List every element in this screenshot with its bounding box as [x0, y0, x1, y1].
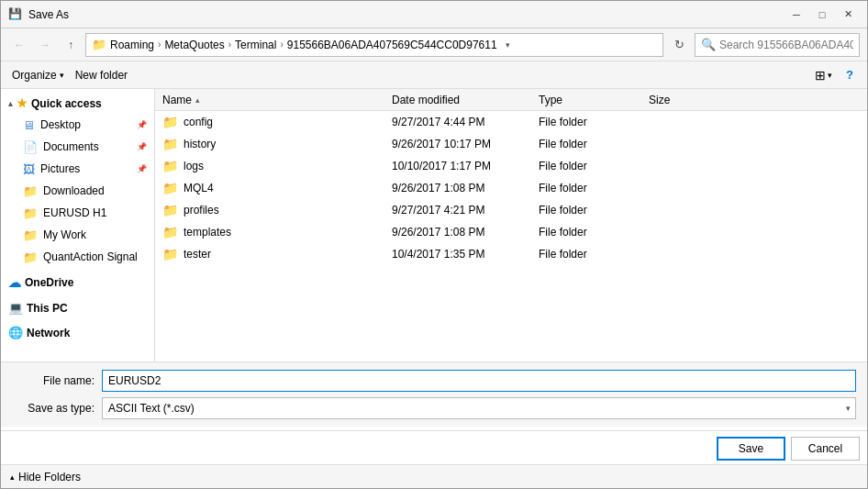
organize-button[interactable]: Organize ▾: [8, 65, 68, 85]
file-row-name: 📁 profiles: [162, 203, 392, 217]
quick-access-header[interactable]: ▴ ★ Quick access: [1, 93, 154, 114]
search-box[interactable]: 🔍: [695, 33, 860, 57]
folder-icon: 📁: [162, 203, 178, 217]
folder-icon: 📁: [162, 159, 178, 173]
table-row[interactable]: 📁 templates 9/26/2017 1:08 PM File folde…: [155, 221, 867, 243]
table-row[interactable]: 📁 history 9/26/2017 10:17 PM File folder: [155, 133, 867, 155]
folder-icon-small: 📁: [92, 38, 106, 51]
onedrive-item[interactable]: ☁ OneDrive: [1, 272, 154, 294]
network-section: 🌐 Network: [1, 322, 154, 343]
sidebar-item-mywork[interactable]: 📁 My Work: [1, 224, 154, 246]
pictures-folder-icon: 🖼: [23, 162, 35, 176]
column-date[interactable]: Date modified: [392, 94, 539, 106]
view-button[interactable]: ⊞ ▾: [811, 65, 836, 85]
maximize-button[interactable]: □: [810, 6, 834, 24]
address-part-roaming: Roaming: [110, 39, 154, 51]
quick-access-section: ▴ ★ Quick access 🖥 Desktop 📌 📄 Documents…: [1, 93, 154, 268]
table-row[interactable]: 📁 tester 10/4/2017 1:35 PM File folder: [155, 243, 867, 265]
filetype-row: Save as type: ASCII Text (*.csv)CSV (*.c…: [12, 397, 856, 419]
file-row-type: File folder: [539, 116, 649, 128]
downloaded-folder-icon: 📁: [23, 184, 38, 198]
quick-access-label: Quick access: [31, 97, 102, 110]
sidebar-item-downloaded-label: Downloaded: [43, 184, 105, 197]
table-row[interactable]: 📁 logs 10/10/2017 1:17 PM File folder: [155, 155, 867, 177]
address-bar[interactable]: 📁 Roaming › MetaQuotes › Terminal › 9155…: [85, 33, 663, 57]
thispc-section: 💻 This PC: [1, 297, 154, 318]
sidebar-item-desktop[interactable]: 🖥 Desktop 📌: [1, 114, 154, 136]
pin-icon-desktop: 📌: [137, 120, 147, 129]
sidebar-item-pictures-label: Pictures: [40, 162, 80, 175]
table-row[interactable]: 📁 MQL4 9/26/2017 1:08 PM File folder: [155, 177, 867, 199]
back-button[interactable]: ←: [8, 34, 30, 56]
forward-button[interactable]: →: [34, 34, 56, 56]
refresh-button[interactable]: ↻: [667, 33, 691, 57]
sidebar-item-quantaction[interactable]: 📁 QuantAction Signal: [1, 246, 154, 268]
sidebar-item-documents[interactable]: 📄 Documents 📌: [1, 136, 154, 158]
file-row-name: 📁 history: [162, 137, 392, 151]
filetype-label: Save as type:: [12, 402, 95, 415]
sidebar: ▴ ★ Quick access 🖥 Desktop 📌 📄 Documents…: [1, 89, 155, 361]
file-row-type: File folder: [539, 160, 649, 172]
file-row-name: 📁 config: [162, 115, 392, 129]
file-row-name: 📁 tester: [162, 247, 392, 261]
column-name[interactable]: Name ▴: [162, 94, 392, 106]
view-icon: ⊞: [815, 68, 826, 83]
file-row-name: 📁 templates: [162, 225, 392, 239]
organize-toolbar: Organize ▾ New folder ⊞ ▾ ?: [1, 61, 867, 89]
file-row-name: 📁 MQL4: [162, 181, 392, 195]
actions-bar: Save Cancel: [1, 430, 867, 464]
network-item[interactable]: 🌐 Network: [1, 322, 154, 343]
sidebar-item-desktop-label: Desktop: [40, 118, 81, 131]
sidebar-item-eurusd-label: EURUSD H1: [43, 206, 106, 219]
search-icon: 🔍: [701, 38, 716, 51]
up-button[interactable]: ↑: [60, 34, 82, 56]
column-size[interactable]: Size: [649, 94, 722, 106]
sidebar-item-eurusd[interactable]: 📁 EURUSD H1: [1, 202, 154, 224]
thispc-icon: 💻: [8, 301, 23, 315]
sidebar-item-downloaded[interactable]: 📁 Downloaded: [1, 180, 154, 202]
onedrive-label: OneDrive: [25, 276, 73, 289]
table-row[interactable]: 📁 profiles 9/27/2017 4:21 PM File folder: [155, 199, 867, 221]
file-row-type: File folder: [539, 248, 649, 261]
filetype-select[interactable]: ASCII Text (*.csv)CSV (*.csv)All Files (…: [102, 397, 856, 419]
network-icon: 🌐: [8, 326, 23, 339]
file-row-date: 9/26/2017 1:08 PM: [392, 226, 539, 239]
address-dropdown-button[interactable]: ▾: [501, 38, 516, 52]
pin-icon-documents: 📌: [137, 142, 147, 151]
eurusd-folder-icon: 📁: [23, 206, 38, 220]
folder-icon: 📁: [162, 181, 178, 195]
file-row-type: File folder: [539, 138, 649, 150]
file-row-type: File folder: [539, 182, 649, 194]
hide-folders-button[interactable]: ▴ Hide Folders: [10, 471, 81, 483]
hide-folders-bar: ▴ Hide Folders: [1, 464, 867, 488]
save-as-dialog: 💾 Save As ─ □ ✕ ← → ↑ 📁 Roaming › MetaQu…: [0, 0, 868, 489]
cancel-button[interactable]: Cancel: [791, 437, 860, 461]
dialog-icon: 💾: [8, 7, 23, 22]
mywork-folder-icon: 📁: [23, 228, 38, 242]
sidebar-item-mywork-label: My Work: [43, 228, 86, 241]
new-folder-button[interactable]: New folder: [72, 65, 131, 85]
table-row[interactable]: 📁 config 9/27/2017 4:44 PM File folder: [155, 111, 867, 133]
file-list-header: Name ▴ Date modified Type Size: [155, 89, 867, 111]
search-input[interactable]: [719, 39, 853, 51]
sidebar-item-pictures[interactable]: 🖼 Pictures 📌: [1, 158, 154, 180]
main-content: ▴ ★ Quick access 🖥 Desktop 📌 📄 Documents…: [1, 89, 867, 361]
documents-folder-icon: 📄: [23, 140, 38, 154]
save-button[interactable]: Save: [717, 437, 785, 461]
address-toolbar: ← → ↑ 📁 Roaming › MetaQuotes › Terminal …: [1, 28, 867, 61]
close-button[interactable]: ✕: [836, 6, 860, 24]
thispc-item[interactable]: 💻 This PC: [1, 297, 154, 318]
folder-icon: 📁: [162, 225, 178, 239]
bottom-bar: File name: Save as type: ASCII Text (*.c…: [1, 361, 867, 427]
filename-row: File name:: [12, 370, 856, 392]
hide-folders-label: Hide Folders: [18, 471, 81, 483]
file-rows-container: 📁 config 9/27/2017 4:44 PM File folder 📁…: [155, 111, 867, 265]
file-row-type: File folder: [539, 204, 649, 217]
address-part-id: 915566BA06ADA407569C544CC0D97611: [287, 39, 497, 51]
column-type[interactable]: Type: [539, 94, 649, 106]
filename-input[interactable]: [102, 370, 856, 392]
minimize-button[interactable]: ─: [785, 6, 808, 24]
folder-icon: 📁: [162, 247, 178, 261]
folder-icon: 📁: [162, 137, 178, 151]
help-button[interactable]: ?: [840, 65, 860, 85]
